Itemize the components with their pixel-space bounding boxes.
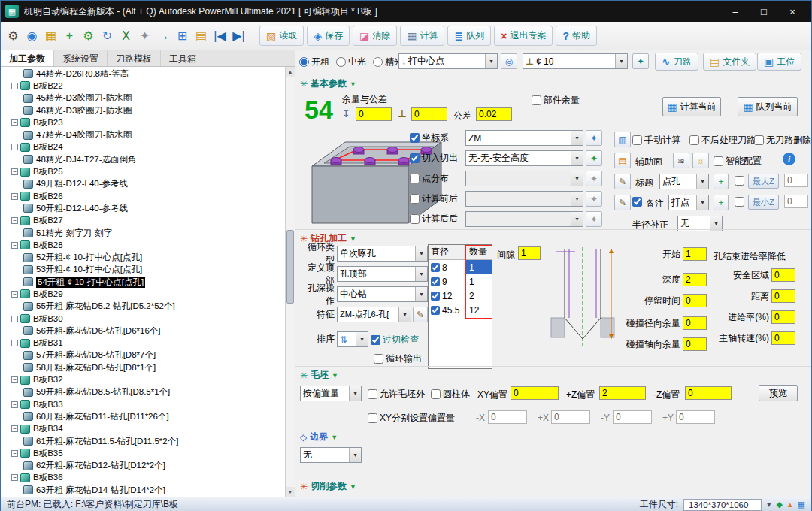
expander-icon[interactable]: − [11,450,18,457]
expander-icon[interactable]: − [11,340,18,346]
tree-group-row[interactable]: −B板B22 [1,80,285,92]
drill-table-row[interactable]: 81 [429,260,492,274]
collapse-arrow-icon[interactable]: ▼ [331,434,338,441]
tree-scrollbar[interactable]: ▲ ▼ [285,67,295,497]
no-postprocess-checkbox[interactable]: 不后处理刀路 [689,134,756,147]
scrollbar-thumb[interactable] [286,230,294,303]
no-toolpath-delete-checkbox[interactable]: 无刀路删除 [754,134,811,147]
note-checkbox[interactable] [632,197,642,207]
gear-icon[interactable]: ⚙ [4,26,23,46]
tree-group-row[interactable]: −B板B28 [1,239,285,251]
add-icon[interactable]: + [60,26,79,46]
expander-icon[interactable]: − [11,144,18,150]
xy-separate-checkbox-input[interactable] [368,413,377,423]
col-qty[interactable]: 数量 [466,245,492,259]
tree-view-icon[interactable]: ⊞ [173,26,192,46]
row-action-icon[interactable]: ✦ [586,150,602,166]
part-allowance-checkbox[interactable]: 部件余量 [532,94,580,107]
tree-group-row[interactable]: −B板B34 [1,423,285,435]
basic-section-header[interactable]: ✳ 基本参数 ▼ [300,77,356,90]
tree-item-row[interactable]: 56开粗-麻花钻D6-钻孔[D6*16个] [1,325,285,337]
globe-icon[interactable]: ◉ [23,26,41,46]
collapse-arrow-icon[interactable]: ▼ [350,483,356,491]
tree-item-row[interactable]: 45精光-D3胶圈刀-防水圈 [1,92,285,104]
sheet-calc-icon[interactable]: ▦ [41,26,60,46]
tree-group-row[interactable]: −B板B24 [1,141,285,153]
calc-current-button[interactable]: ▦ 计算当前 [662,97,721,116]
feedrate-input[interactable] [771,310,795,324]
tool-dropdown[interactable]: ⊥ ¢ 10 ▾ [523,53,628,69]
gear-green-icon[interactable]: ⚙ [79,26,98,46]
tree-group-row[interactable]: −B板B32 [1,373,285,386]
py-input[interactable] [676,410,715,424]
minimize-button[interactable]: – [721,1,750,22]
tab-刀路模板[interactable]: 刀路模板 [108,50,161,66]
dropdown-坐标系[interactable]: ZM▾ [465,130,583,146]
queue-current-button[interactable]: ▦ 队列当前 [738,97,798,116]
attach-icon[interactable]: → [154,26,173,46]
no-toolpath-delete-checkbox-input[interactable] [754,135,764,145]
note-dropdown[interactable]: 打点 ▾ [668,195,709,210]
folder-icon[interactable]: ▤ [192,26,211,46]
radio-中光[interactable]: 中光 [336,56,366,68]
tree-item-row[interactable]: 59开粗-麻花钻D8.5-钻孔[D8.5*1个] [1,386,285,398]
row-action-icon[interactable]: ✦ [586,191,602,207]
scroll-down-icon[interactable]: ▼ [286,487,295,497]
boundary-section-header[interactable]: ◇ 边界 ▼ [300,431,338,443]
pz-offset-input[interactable] [599,386,646,400]
aux-surface-label[interactable]: 辅助面 [635,156,662,168]
cutting-section-header[interactable]: ✳ 切削参数 ▼ [300,480,356,493]
tree-group-row[interactable]: −B板B26 [1,190,285,202]
part-allowance-checkbox-input[interactable] [532,95,541,105]
tree-item-row[interactable]: 55开粗-麻花钻D5.2-钻孔[D5.2*52个] [1,301,285,313]
tab-工具箱[interactable]: 工具箱 [161,50,205,66]
scroll-up-icon[interactable]: ▲ [286,67,295,77]
collapse-arrow-icon[interactable]: ▼ [350,80,356,88]
px-input[interactable] [551,410,590,424]
col-diameter[interactable]: 直径 [429,245,466,259]
tree-item-row[interactable]: 49开粗-D12-L40-参考线 [1,178,285,190]
tab-系统设置[interactable]: 系统设置 [54,50,108,66]
expander-icon[interactable]: − [11,376,18,383]
radio-input-精光[interactable] [373,57,383,67]
tree-item-row[interactable]: 46精光-D3胶圈刀-防水圈 [1,104,285,116]
feature-edit-button[interactable]: ✎ [413,307,428,322]
drill-row-checkbox[interactable] [431,277,440,286]
tool-library-button[interactable]: ✦ [632,53,649,69]
tree-group-row[interactable]: −B板B33 [1,398,285,410]
drill-row-checkbox[interactable] [431,306,440,315]
tree-item-row[interactable]: 51精光-刻字刀-刻字 [1,227,285,239]
tree-item-row[interactable]: 48精光-DJ4-T27-选面倒角 [1,153,285,165]
expander-icon[interactable]: − [11,193,18,200]
max-z-button[interactable]: 最大Z [748,174,779,189]
xy-offset-input[interactable] [511,386,559,400]
operation-dropdown[interactable]: ↓ 打中心点 ▾ [398,53,498,69]
spindle-input[interactable] [771,331,795,345]
tool-allowance-input[interactable] [411,107,447,121]
distance-input[interactable] [771,289,795,303]
expander-icon[interactable]: − [11,425,18,432]
row-action-icon[interactable]: ✦ [586,171,602,186]
expander-icon[interactable]: − [11,316,18,322]
checkbox-计算后后[interactable] [410,214,420,224]
collapse-arrow-icon[interactable]: ▼ [350,235,356,243]
expander-icon[interactable]: − [11,291,18,298]
expander-icon[interactable]: − [11,168,18,175]
stock-mode-dropdown[interactable]: 按偏置量 ▾ [300,386,362,401]
close-button[interactable]: × [778,1,807,22]
stock-section-header[interactable]: ✳ 毛坯 ▼ [300,369,338,382]
radio-input-中光[interactable] [336,57,346,67]
radio-开粗[interactable]: 开粗 [299,56,329,68]
preview-button[interactable]: 预览 [759,385,798,401]
tree-group-row[interactable]: −B板B31 [1,337,285,349]
expander-icon[interactable]: − [11,83,18,89]
tree-group-row[interactable]: −B板B35 [1,447,285,459]
checkbox-计算前后[interactable] [410,194,420,204]
aux-surface-icon[interactable]: ▤ [614,153,631,168]
safe-zone-input[interactable] [771,268,795,282]
note-edit-icon[interactable]: ✎ [614,195,631,210]
ny-input[interactable] [613,410,652,424]
title-add-icon[interactable]: + [714,174,729,189]
tree-item-row[interactable]: 54开粗-¢ 10-打中心点[点孔] [1,276,285,288]
smart-config-checkbox[interactable]: 智能配置 [714,155,762,168]
